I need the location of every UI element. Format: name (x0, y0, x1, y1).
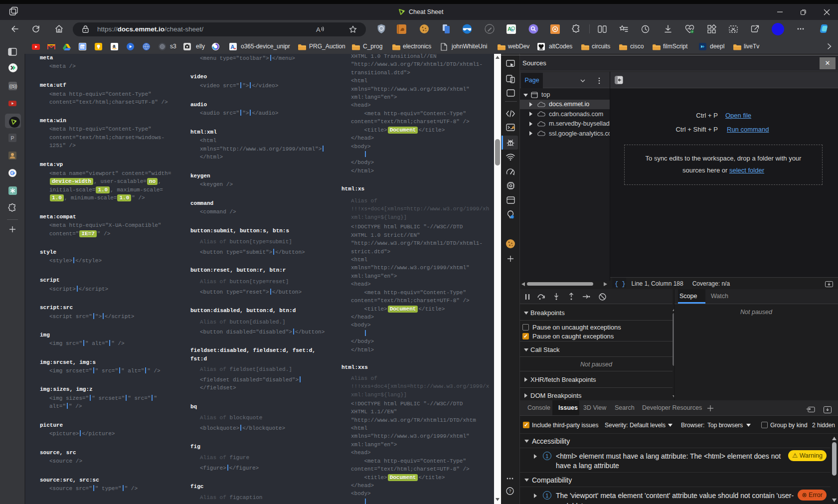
svg-text:a: a (113, 43, 116, 49)
svg-text:19: 19 (81, 45, 85, 49)
svg-text:?: ? (509, 489, 511, 494)
svg-text:((5)): ((5)) (9, 84, 17, 89)
svg-text:i: i (511, 215, 512, 218)
svg-text:A: A (316, 26, 321, 33)
svg-text:P: P (11, 135, 14, 141)
svg-text:Alt Codes: Alt Codes (539, 48, 544, 49)
